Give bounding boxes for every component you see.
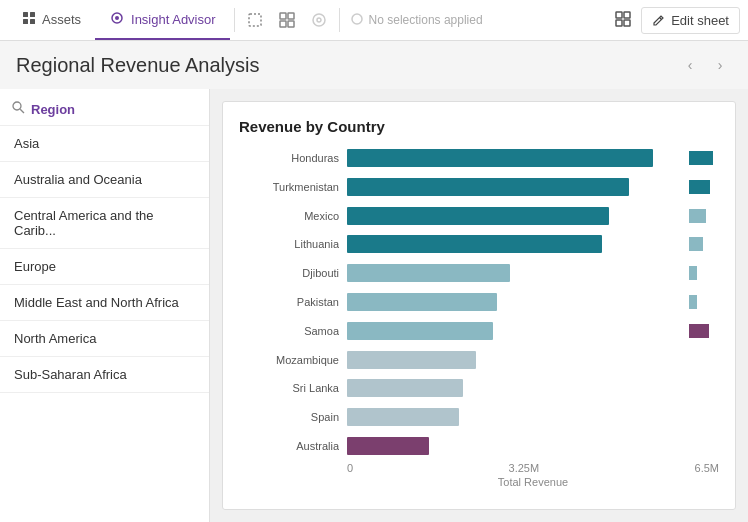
tab-assets[interactable]: Assets [8,0,95,40]
bar-row: Lithuania [239,235,719,253]
mini-bar-container [689,322,719,340]
bar-row: Djibouti [239,264,719,282]
no-selections-indicator: No selections applied [350,12,483,29]
sidebar: Region AsiaAustralia and OceaniaCentral … [0,89,210,522]
tab-insight-advisor[interactable]: Insight Advisor [95,0,230,40]
assets-label: Assets [42,12,81,27]
bar-track [347,264,683,282]
sidebar-item[interactable]: Asia [0,126,209,162]
bar-label: Samoa [239,325,339,337]
bar-fill [347,379,463,397]
svg-rect-6 [249,14,261,26]
x-axis-title: Total Revenue [239,476,719,488]
grid-icon[interactable] [615,11,631,30]
bar-fill [347,235,602,253]
svg-line-20 [20,109,24,113]
svg-rect-7 [280,13,286,19]
sidebar-item[interactable]: Europe [0,249,209,285]
mini-bar [689,237,703,251]
bar-label: Australia [239,440,339,452]
bar-label: Mexico [239,210,339,222]
no-selections-label: No selections applied [369,13,483,27]
page-title-bar: Regional Revenue Analysis ‹ › [0,41,748,89]
sidebar-item[interactable]: Middle East and North Africa [0,285,209,321]
mini-bar-container [689,264,719,282]
mini-bar-container [689,178,719,196]
bar-label: Turkmenistan [239,181,339,193]
bar-row: Australia [239,437,719,455]
mini-bar-container [689,379,719,397]
mini-bar-container [689,207,719,225]
bar-track [347,207,683,225]
svg-rect-15 [624,12,630,18]
page-title: Regional Revenue Analysis [16,54,678,77]
edit-sheet-button[interactable]: Edit sheet [641,7,740,34]
bar-label: Djibouti [239,267,339,279]
cursor-tool[interactable] [303,4,335,36]
bar-track [347,149,683,167]
mini-bar [689,324,709,338]
bar-row: Mozambique [239,351,719,369]
zoom-tool[interactable] [271,4,303,36]
bar-row: Sri Lanka [239,379,719,397]
bar-track [347,408,683,426]
bar-fill [347,264,510,282]
bar-row: Spain [239,408,719,426]
sidebar-item[interactable]: Sub-Saharan Africa [0,357,209,393]
sidebar-field-label: Region [31,102,75,117]
bar-fill [347,207,609,225]
x-axis-tick: 0 [347,462,353,474]
bar-fill [347,351,476,369]
nav-separator-2 [339,8,340,32]
sidebar-items-list: AsiaAustralia and OceaniaCentral America… [0,126,209,522]
bar-row: Mexico [239,207,719,225]
chart-card: Revenue by Country HondurasTurkmenistanM… [222,101,736,510]
bar-track [347,437,683,455]
bar-label: Lithuania [239,238,339,250]
bar-fill [347,293,497,311]
bar-label: Sri Lanka [239,382,339,394]
x-axis-tick: 6.5M [695,462,719,474]
bar-track [347,351,683,369]
sidebar-item[interactable]: Australia and Oceania [0,162,209,198]
bar-label: Pakistan [239,296,339,308]
svg-point-5 [115,16,119,20]
top-nav: Assets Insight Advisor No selections app… [0,0,748,41]
chart-body: HondurasTurkmenistanMexicoLithuaniaDjibo… [239,149,719,488]
svg-line-18 [660,18,662,20]
nav-separator-1 [234,8,235,32]
bar-track [347,322,683,340]
bar-fill [347,149,653,167]
lasso-tool[interactable] [239,4,271,36]
svg-point-11 [313,14,325,26]
main-content: Region AsiaAustralia and OceaniaCentral … [0,89,748,522]
svg-rect-3 [30,19,35,24]
bar-fill [347,437,429,455]
mini-bar [689,295,697,309]
svg-rect-17 [624,20,630,26]
sidebar-item[interactable]: Central America and the Carib... [0,198,209,249]
bar-row: Pakistan [239,293,719,311]
chart-area: Revenue by Country HondurasTurkmenistanM… [210,89,748,522]
svg-rect-1 [30,12,35,17]
mini-bar [689,209,706,223]
nav-forward-arrow[interactable]: › [708,53,732,77]
mini-bar-container [689,351,719,369]
bar-label: Honduras [239,152,339,164]
bar-fill [347,408,459,426]
svg-rect-8 [288,13,294,19]
insight-icon [109,10,125,29]
mini-bar-container [689,149,719,167]
mini-bar [689,266,697,280]
selection-icon [350,12,364,29]
mini-bar-container [689,437,719,455]
svg-rect-16 [616,20,622,26]
mini-bar-container [689,235,719,253]
nav-back-arrow[interactable]: ‹ [678,53,702,77]
bar-track [347,235,683,253]
svg-rect-0 [23,12,28,17]
bar-track [347,178,683,196]
sidebar-item[interactable]: North America [0,321,209,357]
mini-bar [689,151,713,165]
assets-icon [22,11,36,28]
